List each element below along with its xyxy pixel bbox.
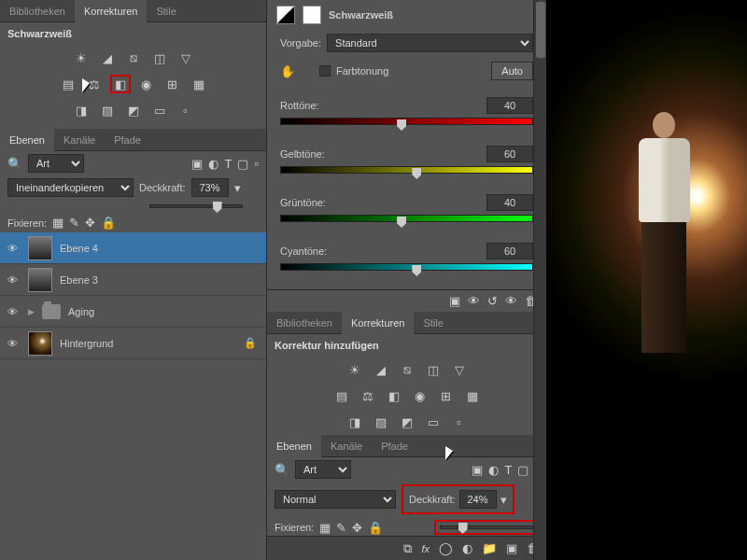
blackwhite-icon[interactable]: ◧ [384, 386, 404, 405]
photo-filter-icon[interactable]: ◉ [410, 386, 430, 405]
blend-mode-select[interactable]: Ineinanderkopieren [7, 178, 134, 197]
layer-row[interactable]: 👁 Hintergrund 🔒 [0, 328, 266, 359]
lock-trans-icon[interactable]: ▦ [319, 521, 331, 535]
tint-checkbox[interactable] [319, 65, 331, 77]
layer-row[interactable]: 👁 ▶ Aging [0, 296, 266, 328]
lock-paint-icon[interactable]: ✎ [336, 521, 346, 535]
tab-stile[interactable]: Stile [414, 312, 452, 334]
filter-select[interactable]: Art [295, 460, 351, 479]
auto-button[interactable]: Auto [491, 62, 533, 80]
threshold-icon[interactable]: ◩ [123, 101, 144, 119]
dropdown-icon[interactable]: ▾ [500, 493, 507, 507]
brightness-icon[interactable]: ☀ [71, 49, 92, 67]
layer-name[interactable]: Hintergrund [60, 338, 113, 349]
filter-text-icon[interactable]: T [224, 157, 232, 171]
visibility-icon[interactable]: 👁 [4, 335, 21, 352]
layer-thumb[interactable] [28, 236, 52, 260]
tab-pfade[interactable]: Pfade [372, 435, 417, 457]
lookup-icon[interactable]: ▦ [462, 386, 483, 405]
filter-select[interactable]: Art [28, 154, 84, 173]
posterize-icon[interactable]: ▨ [371, 413, 391, 431]
vibrance-icon[interactable]: ▽ [176, 49, 196, 67]
filter-shape-icon[interactable]: ▢ [517, 463, 529, 477]
visibility-icon[interactable]: 👁 [505, 294, 517, 308]
tab-ebenen[interactable]: Ebenen [267, 435, 321, 457]
curves-icon[interactable]: ⧅ [397, 360, 417, 379]
lock-move-icon[interactable]: ✥ [352, 521, 362, 535]
photo-filter-icon[interactable]: ◉ [136, 75, 157, 93]
tone-value[interactable]: 60 [486, 146, 533, 162]
lock-trans-icon[interactable]: ▦ [52, 216, 63, 230]
tab-korrekturen[interactable]: Korrekturen [342, 312, 414, 334]
blackwhite-icon[interactable]: ◧ [110, 75, 131, 93]
tone-slider[interactable] [280, 166, 533, 179]
filter-shape-icon[interactable]: ▢ [237, 157, 248, 171]
opacity-input[interactable] [191, 178, 229, 197]
selective-color-icon[interactable]: ▫ [449, 413, 470, 431]
gradient-map-icon[interactable]: ▭ [149, 101, 170, 119]
new-layer-icon[interactable]: ▣ [506, 541, 517, 555]
preset-select[interactable]: Standard [327, 34, 533, 52]
visibility-icon[interactable]: 👁 [4, 303, 21, 320]
clip-icon[interactable]: ▣ [449, 294, 460, 308]
hue-icon[interactable]: ▤ [331, 386, 352, 405]
dropdown-icon[interactable]: ▾ [234, 181, 241, 195]
filter-adjust-icon[interactable]: ◐ [208, 157, 218, 171]
levels-icon[interactable]: ◢ [371, 360, 391, 379]
balance-icon[interactable]: ⚖ [84, 75, 105, 93]
tab-kanaele[interactable]: Kanäle [321, 435, 372, 457]
layer-thumb[interactable] [28, 268, 52, 292]
filter-adjust-icon[interactable]: ◐ [488, 463, 499, 477]
tone-slider[interactable] [280, 118, 533, 131]
tab-bibliotheken[interactable]: Bibliotheken [0, 0, 75, 22]
adjustment-icon[interactable]: ◐ [462, 541, 472, 555]
tab-ebenen[interactable]: Ebenen [0, 129, 54, 151]
tab-pfade[interactable]: Pfade [105, 129, 150, 151]
mask-icon[interactable]: ◯ [439, 541, 453, 555]
view-prev-icon[interactable]: 👁 [468, 294, 480, 308]
exposure-icon[interactable]: ◫ [423, 360, 444, 379]
opacity-input[interactable] [459, 490, 497, 509]
layer-row[interactable]: 👁 Ebene 3 [0, 264, 266, 296]
filter-image-icon[interactable]: ▣ [472, 463, 483, 477]
visibility-icon[interactable]: 👁 [4, 272, 21, 288]
posterize-icon[interactable]: ▨ [97, 101, 118, 119]
layer-name[interactable]: Ebene 4 [60, 243, 98, 254]
opacity-slider[interactable] [440, 525, 533, 529]
tone-slider[interactable] [280, 215, 533, 228]
exposure-icon[interactable]: ◫ [149, 49, 170, 67]
fx-icon[interactable]: fx [421, 543, 430, 554]
filter-image-icon[interactable]: ▣ [191, 157, 203, 171]
layer-name[interactable]: Ebene 3 [60, 274, 98, 286]
filter-smart-icon[interactable]: ▫ [254, 157, 259, 171]
scrollbar[interactable] [533, 0, 546, 560]
tab-korrekturen[interactable]: Korrekturen [75, 0, 147, 22]
tone-value[interactable]: 60 [486, 243, 533, 259]
link-icon[interactable]: ⧉ [403, 541, 412, 556]
invert-icon[interactable]: ◨ [345, 413, 365, 431]
layer-thumb[interactable] [28, 331, 52, 356]
balance-icon[interactable]: ⚖ [358, 386, 378, 405]
tone-value[interactable]: 40 [486, 194, 533, 211]
channel-mixer-icon[interactable]: ⊞ [162, 75, 183, 93]
tone-slider[interactable] [280, 263, 533, 276]
selective-color-icon[interactable]: ▫ [176, 101, 196, 119]
layer-row[interactable]: 👁 Ebene 4 [0, 232, 266, 264]
invert-icon[interactable]: ◨ [71, 101, 92, 119]
expand-icon[interactable]: ▶ [28, 307, 35, 316]
lock-all-icon[interactable]: 🔒 [368, 521, 383, 535]
vibrance-icon[interactable]: ▽ [449, 360, 470, 379]
tab-kanaele[interactable]: Kanäle [54, 129, 105, 151]
channel-mixer-icon[interactable]: ⊞ [436, 386, 457, 405]
mask-thumb[interactable] [303, 6, 321, 24]
lock-move-icon[interactable]: ✥ [85, 216, 95, 230]
lookup-icon[interactable]: ▦ [189, 75, 209, 93]
lock-all-icon[interactable]: 🔒 [101, 216, 116, 230]
tab-bibliotheken[interactable]: Bibliotheken [267, 312, 342, 334]
folder-icon[interactable]: 📁 [482, 541, 497, 555]
threshold-icon[interactable]: ◩ [397, 413, 417, 431]
levels-icon[interactable]: ◢ [97, 49, 118, 67]
blend-mode-select[interactable]: Normal [275, 490, 396, 509]
hue-icon[interactable]: ▤ [58, 75, 78, 93]
filter-text-icon[interactable]: T [504, 463, 512, 477]
